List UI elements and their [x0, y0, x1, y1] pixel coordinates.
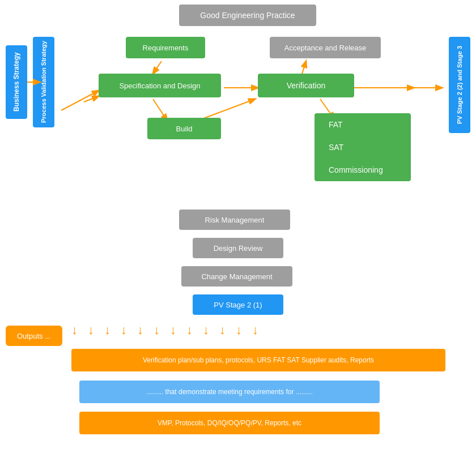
- down-arrow-8: ↓: [186, 324, 193, 336]
- verification-box: Verification: [258, 74, 354, 97]
- good-engineering-box: Good Engineering Practice: [179, 5, 316, 26]
- acceptance-release-box: Acceptance and Release: [270, 37, 381, 58]
- build-box: Build: [147, 118, 221, 139]
- down-arrow-3: ↓: [104, 324, 110, 336]
- svg-line-0: [61, 91, 99, 110]
- requirements-box: Requirements: [126, 37, 205, 58]
- pv-stage-23-label: PV Stage 2 (2) and Stage 3: [449, 37, 470, 133]
- demonstrate-box: ......... that demonstrate meeting requi…: [79, 381, 380, 403]
- down-arrow-11: ↓: [236, 324, 242, 336]
- left-arrow-svg: [27, 76, 44, 88]
- down-arrow-12: ↓: [252, 324, 258, 336]
- down-arrow-1: ↓: [71, 324, 78, 336]
- vmp-box: VMP, Protocols, DQ/IQ/OQ/PQ/PV, Reports,…: [79, 412, 380, 434]
- down-arrow-10: ↓: [219, 324, 226, 336]
- down-arrow-9: ↓: [203, 324, 209, 336]
- business-strategy-label: Business Strategy: [6, 45, 27, 119]
- down-arrows-row: ↓ ↓ ↓ ↓ ↓ ↓ ↓ ↓ ↓ ↓ ↓ ↓: [71, 324, 440, 336]
- svg-line-1: [153, 61, 162, 74]
- down-arrow-6: ↓: [154, 324, 160, 336]
- fat-sat-box: FAT SAT Commissioning: [314, 113, 411, 181]
- svg-line-8: [84, 96, 99, 102]
- change-management-box: Change Management: [181, 266, 292, 287]
- down-arrow-2: ↓: [88, 324, 94, 336]
- commissioning-label: Commissioning: [329, 162, 383, 178]
- down-arrow-5: ↓: [137, 324, 143, 336]
- spec-design-box: Specification and Design: [99, 74, 221, 97]
- outputs-box: Outputs ...: [6, 326, 62, 346]
- right-arrow-svg: [414, 82, 448, 93]
- diagram-container: Good Engineering Practice Requirements A…: [0, 0, 476, 453]
- design-review-box: Design Review: [193, 238, 283, 258]
- sat-label: SAT: [329, 139, 343, 155]
- verification-plan-box: Verification plan/sub plans, protocols, …: [71, 349, 445, 371]
- down-arrow-7: ↓: [170, 324, 176, 336]
- down-arrow-4: ↓: [121, 324, 127, 336]
- pv-stage2-1-box: PV Stage 2 (1): [193, 294, 283, 315]
- risk-management-box: Risk Management: [179, 210, 290, 230]
- fat-label: FAT: [329, 117, 343, 133]
